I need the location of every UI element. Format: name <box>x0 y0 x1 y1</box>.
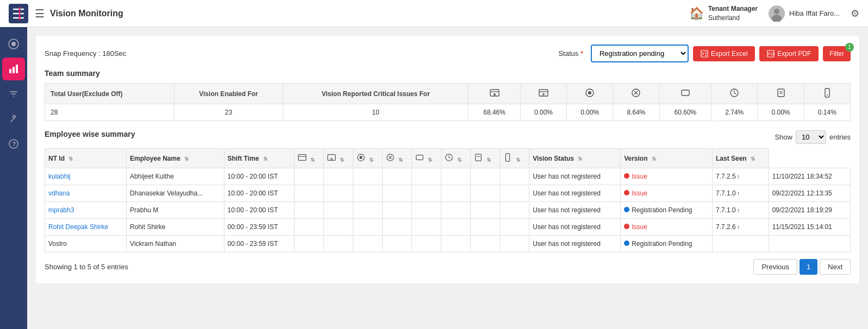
filter-button[interactable]: Filter 1 <box>823 46 851 61</box>
row-icon-col-5 <box>411 185 441 202</box>
row-icon-col-4 <box>382 236 411 252</box>
col-emp-icon7: ⇅ <box>470 149 499 168</box>
main-content: Snap Frequency : 180Sec Status * Registr… <box>27 27 868 329</box>
vision-enabled-value: 23 <box>174 104 283 121</box>
version-arrow: ↑ <box>737 173 740 180</box>
avatar <box>769 5 785 22</box>
row-icon-col-7 <box>470 219 499 236</box>
sidebar-item-filters[interactable] <box>2 83 25 105</box>
employee-table: NT Id ⇅ Employee Name ⇅ Shift Time ⇅ ⇅ ⇅ <box>45 148 851 252</box>
row-icon-col-4 <box>382 185 411 202</box>
row-icon-col-8 <box>500 185 529 202</box>
row-icon-col-1 <box>294 168 323 185</box>
pct1-value: 68.46% <box>469 104 521 121</box>
content-card: Snap Frequency : 180Sec Status * Registr… <box>36 36 859 283</box>
last-seen: 11/10/2021 18:34:52 <box>769 168 850 185</box>
previous-button[interactable]: Previous <box>753 259 797 275</box>
next-button[interactable]: Next <box>820 259 851 275</box>
team-summary-title: Team summary <box>45 69 851 78</box>
row-icon-col-3 <box>353 236 382 252</box>
row-icon-col-7 <box>470 185 499 202</box>
last-seen: 09/22/2021 18:19:29 <box>769 202 850 219</box>
issue-link[interactable]: Issue <box>632 223 647 231</box>
row-icon-col-2 <box>323 185 353 202</box>
col-icon8 <box>804 84 850 104</box>
emp-summary-title: Employee wise summary <box>45 130 135 138</box>
svg-rect-18 <box>701 50 708 57</box>
sidebar-item-analytics[interactable] <box>2 58 25 80</box>
row-icon-col-2 <box>323 219 353 236</box>
row-icon-col-1 <box>294 236 323 252</box>
top-nav-right: 🏠 Tenant Manager Sutherland Hiba Iffat F… <box>689 4 859 23</box>
user-name: Hiba Iffat Faro... <box>789 9 840 17</box>
pct8-value: 0.14% <box>804 104 850 121</box>
nt-id: Vostro <box>45 236 127 252</box>
version-value: 7.7.2.5 ↑ <box>716 173 740 180</box>
col-icon3 <box>567 84 613 104</box>
row-icon-col-1 <box>294 202 323 219</box>
hamburger-menu[interactable]: ☰ <box>35 7 45 20</box>
svg-point-6 <box>774 9 779 14</box>
employee-name: Vickram Nathan <box>127 236 224 252</box>
col-shift-time: Shift Time ⇅ <box>224 149 294 168</box>
status-dot <box>624 173 629 179</box>
employee-name: Abhijeet Kulthe <box>127 168 224 185</box>
sidebar: ? <box>0 27 27 329</box>
vision-status-text: User has not registered <box>529 236 621 252</box>
version-value: 7.7.2.6 ↑ <box>716 223 740 231</box>
svg-rect-12 <box>16 65 18 73</box>
pct3-value: 0.00% <box>567 104 613 121</box>
row-icon-col-6 <box>441 219 470 236</box>
status-label: Status * <box>558 49 583 58</box>
showing-text: Showing 1 to 5 of 5 entries <box>45 263 128 271</box>
row-icon-col-5 <box>411 168 441 185</box>
sidebar-item-tools[interactable] <box>2 107 25 130</box>
export-pdf-button[interactable]: PDF Export PDF <box>759 46 819 61</box>
svg-rect-31 <box>778 89 784 97</box>
svg-rect-44 <box>476 154 482 161</box>
shift-time: 10:00 - 20:00 IST <box>224 202 294 219</box>
team-summary-table: Total User(Exclude Off) Vision Enabled F… <box>45 83 851 121</box>
row-icon-col-2 <box>323 202 353 219</box>
issue-link[interactable]: Issue <box>632 173 647 180</box>
sidebar-item-dashboard[interactable] <box>2 33 25 55</box>
nt-id-link[interactable]: kulabhij <box>48 173 71 180</box>
version <box>712 236 769 252</box>
version-value: 7.7.1.0 ↑ <box>716 189 740 197</box>
tenant-info: 🏠 Tenant Manager Sutherland <box>689 4 758 23</box>
col-vision-critical: Vision Reported Critical Issues For <box>283 84 469 104</box>
tenant-name: Tenant Manager <box>708 4 758 14</box>
version: 7.7.1.0 ↑ <box>712 185 769 202</box>
col-emp-icon1: ⇅ <box>294 149 323 168</box>
row-icon-col-7 <box>470 202 499 219</box>
pct4-value: 8.64% <box>613 104 659 121</box>
row-icon-col-7 <box>470 168 499 185</box>
version: 7.7.1.0 ↑ <box>712 202 769 219</box>
nt-id-link[interactable]: mprabh3 <box>48 206 74 214</box>
svg-text:PDF: PDF <box>769 52 775 56</box>
sidebar-item-help[interactable]: ? <box>2 132 25 155</box>
settings-icon[interactable]: ⚙ <box>851 8 859 20</box>
entries-select[interactable]: 10 25 50 100 <box>796 130 826 144</box>
col-icon2 <box>520 84 566 104</box>
row-icon-col-3 <box>353 185 382 202</box>
nt-id-link[interactable]: Rohit Deepak Shirke <box>48 223 108 231</box>
last-seen: 11/15/2021 15:14:01 <box>769 219 850 236</box>
pct7-value: 0.00% <box>758 104 804 121</box>
vision-status-text: User has not registered <box>529 185 621 202</box>
col-vision-enabled: Vision Enabled For <box>174 84 283 104</box>
home-icon: 🏠 <box>689 7 704 21</box>
issue-link[interactable]: Issue <box>632 189 647 197</box>
registration-pending-label: Registration Pending <box>632 240 692 248</box>
last-seen <box>769 236 850 252</box>
app-logo <box>9 4 28 23</box>
nt-id-link[interactable]: vdhana <box>48 189 70 197</box>
row-icon-col-6 <box>441 236 470 252</box>
pct6-value: 2.74% <box>711 104 758 121</box>
col-icon5 <box>659 84 711 104</box>
col-icon6 <box>711 84 758 104</box>
shift-time: 00:00 - 23:59 IST <box>224 236 294 252</box>
page-1-button[interactable]: 1 <box>800 259 817 275</box>
export-excel-button[interactable]: Export Excel <box>693 46 755 61</box>
status-select[interactable]: Registration pending Active Inactive All <box>591 45 689 62</box>
